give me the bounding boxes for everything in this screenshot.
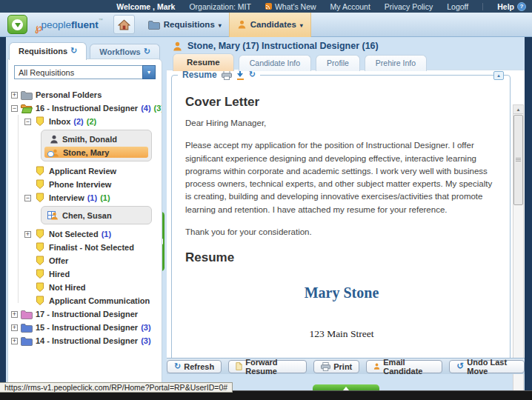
right-border-strip (525, 37, 532, 390)
tree-expander[interactable]: + (11, 324, 18, 331)
sidebar-tab-requisitions[interactable]: Requisitions (9, 42, 87, 60)
sidebar-tab-workflows[interactable]: Workflows (90, 44, 160, 60)
tab-prehire-info[interactable]: Prehire Info (365, 55, 427, 71)
peoplefluent-logo[interactable]: ℘ peoplefluent™ (35, 18, 103, 31)
tree-item-finalist-not-selected[interactable]: Finalist - Not Selected (11, 241, 160, 254)
candidate-stone-mary[interactable]: Stone, Mary (44, 147, 148, 158)
folder-icon (21, 309, 33, 319)
home-button[interactable] (113, 15, 135, 34)
folder-open-icon (21, 103, 33, 113)
rss-icon (265, 3, 272, 10)
nav-requisitions-menu[interactable]: Requisitions (141, 13, 229, 37)
document-icon (236, 361, 242, 371)
tree-item-requisition-17[interactable]: + 17 - Instructional Designer (11, 307, 160, 321)
welcome-user-label: Welcome , Mark (116, 2, 175, 11)
tree-item-applicant-review[interactable]: Applicant Review (11, 164, 160, 178)
count-active: (1) (102, 230, 111, 239)
resume-address-line1: 123 Main Street (185, 328, 498, 340)
person-icon (173, 41, 182, 51)
forward-resume-button[interactable]: Forward Resume (228, 360, 307, 373)
filter-selected-value: All Requisitions (14, 65, 142, 79)
candidate-detail-panel: Stone, Mary (17) Instructional Designer … (167, 37, 525, 390)
count-active: (4) (141, 104, 150, 113)
cover-letter-body: Please accept my application for the pos… (185, 139, 498, 216)
folder-icon (21, 322, 33, 333)
cover-letter-closing: Thank you for your consideration. (185, 226, 498, 239)
count-active: (3) (141, 336, 150, 345)
home-icon (118, 19, 130, 30)
tree-item-inbox[interactable]: − Inbox (2)(2) (11, 115, 160, 128)
vertical-scrollbar[interactable]: ▲ ▼ (513, 104, 524, 400)
help-link[interactable]: Help ? (497, 2, 526, 11)
scrollbar-thumb[interactable] (513, 115, 523, 205)
refresh-icon[interactable] (144, 48, 150, 56)
tab-profile[interactable]: Profile (316, 55, 360, 71)
print-icon (321, 362, 330, 371)
tree-expander[interactable]: + (11, 338, 18, 344)
interview-candidate-list: Chen, Susan (41, 206, 152, 224)
tree-item-requisition-14[interactable]: + 14 - Instructional Designer (3) (11, 334, 160, 347)
tree-item-hired[interactable]: Hired (11, 267, 160, 281)
count-active: (1) (87, 193, 97, 202)
tree-expander[interactable]: − (24, 119, 31, 125)
candidate-smith-donald[interactable]: Smith, Donald (47, 133, 145, 144)
resume-document: Cover Letter Dear Hiring Manager, Please… (172, 76, 510, 372)
tree-item-not-selected[interactable]: + Not Selected (1) (11, 227, 160, 241)
left-border-strip (0, 37, 6, 390)
scroll-up-arrow[interactable]: ▲ (513, 105, 523, 114)
tree-item-phone-interview[interactable]: Phone Interview (11, 178, 160, 191)
tree-expander[interactable]: − (24, 195, 31, 201)
workflow-flag-icon (34, 179, 46, 190)
tree-item-requisition-16[interactable]: − 16 - Instructional Designer (4)(3) (11, 101, 160, 115)
tree-expander[interactable]: − (11, 105, 18, 112)
organization-label: Organization: MIT (189, 2, 250, 11)
workflow-flag-icon (34, 193, 46, 203)
requisition-filter-select[interactable]: All Requisitions (14, 65, 156, 79)
resume-section: Resume Cover Letter Dear Hiring Manager,… (171, 75, 511, 373)
peoplefluent-app-window: Welcome , Mark Organization: MIT What's … (0, 0, 532, 400)
folder-icon (21, 336, 33, 346)
refresh-icon (174, 363, 181, 370)
logo-text-people: people (41, 19, 71, 30)
workflow-flag-icon (34, 242, 46, 253)
tree-expander[interactable]: + (24, 231, 31, 238)
tree-item-personal-folders[interactable]: + Personal Folders (11, 88, 160, 101)
cover-letter-heading: Cover Letter (185, 95, 498, 110)
candidate-tabs: Resume Candidate Info Profile Prehire In… (173, 53, 427, 71)
collapse-header-button[interactable] (7, 15, 27, 34)
whats-new-link[interactable]: What's New (265, 2, 316, 11)
nav-candidates-menu[interactable]: Candidates (229, 13, 311, 37)
resume-heading: Resume (185, 250, 498, 265)
logo-text-fluent: fluent (71, 19, 99, 30)
tree-expander[interactable]: + (11, 92, 18, 99)
tree-item-offer[interactable]: Offer (11, 254, 160, 267)
privacy-policy-link[interactable]: Privacy Policy (385, 2, 433, 11)
requisition-tree-panel: All Requisitions + Personal Folders − 16… (7, 59, 162, 389)
browser-status-popup: https://rms-v1.peopleclick.com/RP/Home?P… (0, 382, 233, 393)
count-new: (1) (100, 193, 110, 202)
refresh-button[interactable]: Refresh (167, 360, 222, 373)
print-button[interactable]: Print (313, 360, 359, 373)
logoff-link[interactable]: Logoff (447, 2, 468, 11)
cover-letter-salutation: Dear Hiring Manager, (185, 117, 498, 130)
tab-candidate-info[interactable]: Candidate Info (239, 55, 311, 71)
page-title: Stone, Mary (17) Instructional Designer … (187, 41, 379, 51)
tree-item-not-hired[interactable]: Not Hired (11, 281, 160, 294)
tree-item-interview[interactable]: − Interview (1)(1) (11, 191, 160, 204)
my-account-link[interactable]: My Account (330, 2, 370, 11)
requisition-tree: + Personal Folders − 16 - Instructional … (8, 82, 162, 347)
tree-item-requisition-15[interactable]: + 15 - Instructional Designer (3) (11, 321, 160, 334)
undo-last-move-button[interactable]: Undo Last Move (449, 360, 525, 373)
tree-item-applicant-communication[interactable]: Applicant Communication (11, 294, 160, 307)
person-icon (373, 362, 380, 370)
count-active: (2) (73, 117, 83, 126)
candidate-chen-susan[interactable]: Chen, Susan (47, 210, 145, 221)
email-candidate-button[interactable]: Email Candidate (366, 360, 442, 373)
tree-expander[interactable]: + (11, 311, 18, 318)
refresh-icon[interactable] (70, 47, 77, 55)
resume-tab-body: Resume Cover Letter Dear Hiring Manager,… (167, 70, 525, 374)
tab-resume[interactable]: Resume (173, 53, 234, 71)
dropdown-chevron-icon[interactable] (142, 65, 156, 79)
candidate-icon (48, 147, 59, 157)
workflow-flag-icon (34, 296, 46, 306)
